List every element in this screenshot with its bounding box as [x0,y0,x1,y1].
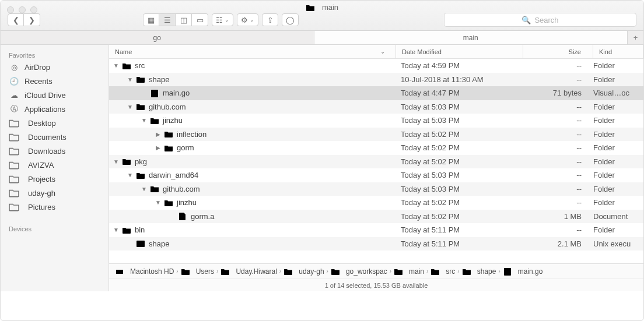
file-row[interactable]: ▼ jinzhu Today at 5:03 PM -- Folder [109,114,643,128]
path-segment[interactable]: go_workspac [331,267,387,276]
disclosure-arrow-icon[interactable]: ▼ [127,76,134,83]
disclosure-arrow-icon[interactable]: ▼ [127,172,134,178]
path-label: shape [477,267,496,276]
disclosure-arrow-icon[interactable]: ▼ [113,62,120,69]
sidebar-item-downloads[interactable]: Downloads [1,144,108,158]
sidebar-item-avizva[interactable]: AVIZVA [1,158,108,172]
apps-icon: Ⓐ [9,104,19,114]
share-button[interactable]: ⇪ [262,13,278,26]
path-segment[interactable]: Users [181,267,214,276]
hd-icon [115,267,124,276]
sidebar-item-documents[interactable]: Documents [1,130,108,144]
action-menu[interactable]: ⚙ ⌄ [237,13,258,26]
close-window[interactable] [7,6,14,13]
disclosure-arrow-icon[interactable]: ▼ [113,227,120,233]
path-segment[interactable]: uday-gh [284,267,324,276]
path-segment[interactable]: main.go [503,267,543,276]
back-button[interactable]: ❮ [8,13,24,26]
path-label: main.go [518,267,543,276]
search-input[interactable]: 🔍 Search [444,13,636,27]
new-tab-button[interactable]: + [627,31,643,44]
zoom-window[interactable] [30,6,37,13]
file-kind: Folder [593,143,643,152]
file-size: -- [523,225,593,234]
gofile-icon [503,267,512,276]
path-bar: Macintosh HD › Users › Uday.Hiwaral › ud… [109,263,643,278]
file-name: src [135,61,145,70]
disclosure-arrow-icon[interactable]: ▼ [127,104,134,110]
file-kind: Folder [593,116,643,125]
view-columns[interactable]: ◫ [176,13,192,26]
path-label: go_workspac [346,267,387,276]
tags-button[interactable]: ◯ [282,13,299,26]
file-row[interactable]: ▼ github.com Today at 5:03 PM -- Folder [109,182,643,196]
path-label: Uday.Hiwaral [236,267,276,276]
view-icons[interactable]: ▦ [143,13,159,26]
folder-icon [164,199,173,207]
file-row[interactable]: ▼ bin Today at 5:11 PM -- Folder [109,223,643,237]
folder-icon [136,75,145,83]
view-list[interactable]: ☰ [159,13,176,26]
sidebar-item-desktop[interactable]: Desktop [1,116,108,130]
sidebar-item-icloud drive[interactable]: ☁ iCloud Drive [1,88,108,102]
file-kind: Folder [593,171,643,179]
path-label: main [409,267,424,276]
folder-icon [150,117,159,125]
window-controls [7,6,37,13]
disclosure-arrow-icon[interactable]: ▼ [155,199,162,206]
file-row[interactable]: ▼ shape 10-Jul-2018 at 11:30 AM -- Folde… [109,73,643,87]
path-segment[interactable]: main [394,267,424,276]
file-name: gorm [177,143,194,152]
sidebar-item-pictures[interactable]: Pictures [1,200,108,214]
file-date: Today at 5:03 PM [396,185,523,193]
path-label: Users [196,267,214,276]
tab-go[interactable]: go [1,31,314,44]
exec-icon [136,239,145,248]
file-date: 10-Jul-2018 at 11:30 AM [396,75,523,84]
path-label: src [446,267,455,276]
file-kind: Folder [593,225,643,234]
minimize-window[interactable] [19,6,26,13]
sidebar-item-airdrop[interactable]: ◎ AirDrop [1,60,108,74]
sidebar-item-label: Downloads [28,147,65,156]
path-segment[interactable]: src [430,267,455,276]
file-size: 2.1 MB [523,239,593,248]
view-gallery[interactable]: ▭ [192,13,208,26]
tab-main[interactable]: main [314,31,628,44]
col-kind[interactable]: Kind [593,45,643,58]
file-row[interactable]: shape Today at 5:11 PM 2.1 MB Unix execu [109,237,643,251]
sidebar-item-projects[interactable]: Projects [1,172,108,186]
disclosure-arrow-icon[interactable]: ▼ [141,186,148,192]
disclosure-arrow-icon[interactable]: ▼ [113,158,120,165]
disclosure-arrow-icon[interactable]: ▶ [155,131,162,137]
file-row[interactable]: ▼ pkg Today at 5:02 PM -- Folder [109,155,643,169]
path-separator-icon: › [457,268,459,274]
path-segment[interactable]: Macintosh HD [115,267,174,276]
col-size[interactable]: Size [523,45,593,58]
col-name[interactable]: Name⌄ [109,45,396,58]
file-date: Today at 5:03 PM [396,103,523,111]
file-row[interactable]: gorm.a Today at 5:02 PM 1 MB Document [109,210,643,224]
disclosure-arrow-icon[interactable]: ▼ [141,117,148,124]
sidebar-item-recents[interactable]: 🕘 Recents [1,74,108,88]
sidebar-item-uday-gh[interactable]: uday-gh [1,186,108,200]
sidebar-item-applications[interactable]: Ⓐ Applications [1,102,108,116]
disclosure-arrow-icon[interactable]: ▶ [155,144,162,151]
folder-icon [462,267,471,276]
folder-icon [122,226,131,234]
path-separator-icon: › [327,268,328,274]
file-row[interactable]: ▶ gorm Today at 5:02 PM -- Folder [109,141,643,155]
forward-button[interactable]: ❯ [24,13,40,26]
col-date[interactable]: Date Modified [396,45,523,58]
file-row[interactable]: ▼ jinzhu Today at 5:02 PM -- Folder [109,196,643,210]
arrange-menu[interactable]: ☷ ⌄ [212,13,233,26]
path-segment[interactable]: shape [462,267,496,276]
file-row[interactable]: main.go Today at 4:47 PM 71 bytes Visual… [109,86,643,100]
path-segment[interactable]: Uday.Hiwaral [220,267,276,276]
file-row[interactable]: ▼ darwin_amd64 Today at 5:03 PM -- Folde… [109,168,643,182]
file-row[interactable]: ▼ src Today at 4:59 PM -- Folder [109,59,643,73]
file-row[interactable]: ▼ github.com Today at 5:03 PM -- Folder [109,100,643,114]
clock-icon: 🕘 [9,76,19,86]
file-row[interactable]: ▶ inflection Today at 5:02 PM -- Folder [109,128,643,142]
file-size: -- [523,61,593,70]
